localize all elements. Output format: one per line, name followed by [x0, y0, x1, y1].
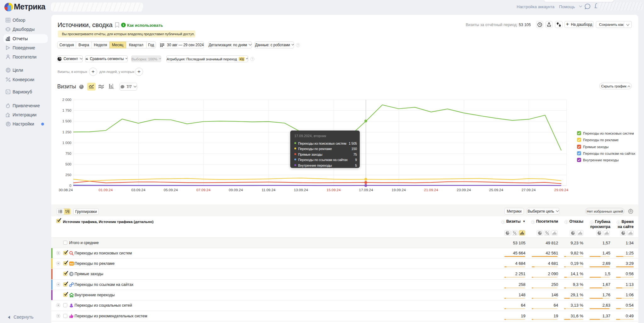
svg-text:AD: AD — [70, 262, 74, 265]
